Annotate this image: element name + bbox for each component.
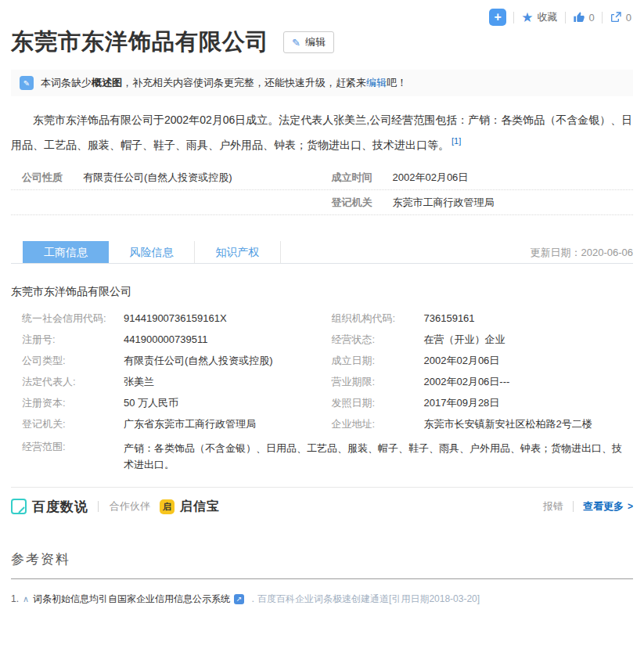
divider xyxy=(98,501,99,512)
detail-field: 统一社会信用代码: 91441900736159161X xyxy=(11,313,322,324)
reference-link-text: 词条初始信息均引自国家企业信用信息公示系统 xyxy=(33,593,230,606)
field-label: 组织机构代码: xyxy=(322,313,424,324)
top-action-bar: + ★ 收藏 0 0 xyxy=(489,9,631,26)
field-value: 736159161 xyxy=(424,313,475,324)
tab-business-info[interactable]: 工商信息 xyxy=(23,241,109,263)
field-label: 经营状态: xyxy=(322,334,424,345)
business-details-section: 东莞市东洋饰品有限公司 统一社会信用代码: 91441900736159161X… xyxy=(11,264,633,488)
tab-intellectual-property[interactable]: 知识产权 xyxy=(195,241,281,263)
basic-info-label xyxy=(11,196,83,210)
partner-label: 合作伙伴 xyxy=(110,499,150,513)
field-label: 成立日期: xyxy=(322,355,424,366)
notice-suffix: 吧！ xyxy=(387,77,407,88)
pencil-icon: ✎ xyxy=(292,38,300,48)
external-link-icon: ↗ xyxy=(234,594,244,604)
detail-field: 法定代表人: 张美兰 xyxy=(11,377,322,387)
notice-middle: ，补充相关内容使词条更完整，还能快速升级，赶紧来 xyxy=(122,77,366,88)
field-value: 2002年02月06日 xyxy=(424,355,500,366)
baidu-shuoshuo-label: 百度数说 xyxy=(32,498,88,516)
basic-info-label: 公司性质 xyxy=(11,171,83,185)
references-section: 参考资料 1. ∧ 词条初始信息均引自国家企业信用信息公示系统 ↗ ．百度百科企… xyxy=(11,550,633,606)
page-title: 东莞市东洋饰品有限公司 xyxy=(11,27,269,58)
field-label: 经营范围: xyxy=(11,440,124,473)
divider xyxy=(602,12,603,23)
field-value: 产销：各类饰品（不含金银）、日用品、工艺品、服装、帽子、鞋子、雨具、户外用品、钟… xyxy=(124,440,633,473)
basic-info-row: 登记机关 东莞市工商行政管理局 xyxy=(11,190,633,215)
field-value: 广东省东莞市工商行政管理局 xyxy=(124,419,256,430)
edit-button[interactable]: ✎ 编辑 xyxy=(283,31,334,53)
qixinbao-logo[interactable]: 启 启信宝 xyxy=(160,499,220,515)
detail-field: 注册资本: 50 万人民币 xyxy=(11,398,322,409)
star-icon: ★ xyxy=(521,11,533,24)
reference-item: 1. ∧ 词条初始信息均引自国家企业信用信息公示系统 ↗ ．百度百科企业词条极速… xyxy=(11,593,633,606)
field-value: 在营（开业）企业 xyxy=(424,334,505,345)
notice-edit-link[interactable]: 编辑 xyxy=(366,77,387,88)
detail-field: 公司类型: 有限责任公司(自然人投资或控股) xyxy=(11,355,322,366)
favorite-button[interactable]: ★ 收藏 xyxy=(521,10,557,24)
divider xyxy=(513,12,514,23)
field-label: 法定代表人: xyxy=(11,377,124,387)
share-icon xyxy=(610,11,622,23)
view-more-link[interactable]: 查看更多 > xyxy=(583,499,633,513)
business-scope-row: 经营范围: 产销：各类饰品（不含金银）、日用品、工艺品、服装、帽子、鞋子、雨具、… xyxy=(11,440,633,473)
report-error-link[interactable]: 报错 xyxy=(543,499,563,513)
detail-field: 企业地址: 东莞市长安镇新安社区松柏路2号二楼 xyxy=(322,419,634,430)
field-value: 东莞市长安镇新安社区松柏路2号二楼 xyxy=(424,419,592,430)
field-label: 注册资本: xyxy=(11,398,124,409)
baidu-shuoshuo-logo[interactable]: 百度数说 xyxy=(11,498,88,516)
baidu-shuoshuo-icon xyxy=(11,499,27,514)
reference-link[interactable]: 词条初始信息均引自国家企业信用信息公示系统 ↗ xyxy=(33,593,244,606)
reference-index: 1. xyxy=(11,593,19,604)
notice-bold: 概述图 xyxy=(92,77,122,88)
anchor-caret-icon[interactable]: ∧ xyxy=(23,594,29,604)
basic-info-box: 公司性质 有限责任公司(自然人投资或控股) 成立时间 2002年02月06日 登… xyxy=(11,165,633,215)
detail-field: 发照日期: 2017年09月28日 xyxy=(322,398,634,409)
detail-field: 登记机关: 广东省东莞市工商行政管理局 xyxy=(11,419,322,430)
basic-info-label: 成立时间 xyxy=(322,171,393,185)
basic-info-value: 东莞市工商行政管理局 xyxy=(393,196,495,210)
notice-text: 本词条缺少概述图，补充相关内容使词条更完整，还能快速升级，赶紧来编辑吧！ xyxy=(41,76,407,90)
references-heading: 参考资料 xyxy=(11,550,633,568)
basic-info-label: 登记机关 xyxy=(322,196,393,210)
detail-field: 经营状态: 在营（开业）企业 xyxy=(322,334,634,345)
share-button[interactable]: 0 xyxy=(610,11,631,23)
field-label: 注册号: xyxy=(11,334,124,345)
detail-field: 成立日期: 2002年02月06日 xyxy=(322,355,634,366)
intro-reference-link[interactable]: [1] xyxy=(452,136,461,146)
field-label: 登记机关: xyxy=(11,419,124,430)
qixinbao-icon: 启 xyxy=(160,499,174,514)
tab-risk-info[interactable]: 风险信息 xyxy=(109,241,195,263)
intro-text: 东莞市东洋饰品有限公司于2002年02月06日成立。法定代表人张美兰,公司经营范… xyxy=(11,114,632,151)
view-more-label: 查看更多 xyxy=(583,499,624,513)
divider xyxy=(565,12,566,23)
basic-info-value: 2002年02月06日 xyxy=(393,171,469,185)
field-value: 2017年09月28日 xyxy=(424,398,500,409)
chevron-right-icon: > xyxy=(628,501,633,512)
field-value: 91441900736159161X xyxy=(124,313,227,324)
add-icon[interactable]: + xyxy=(489,9,506,26)
field-label: 发照日期: xyxy=(322,398,424,409)
partner-bar: 百度数说 合作伙伴 启 启信宝 报错 查看更多 > xyxy=(11,498,633,516)
notice-pencil-icon: ✎ xyxy=(20,76,34,90)
divider xyxy=(573,501,574,512)
like-count: 0 xyxy=(589,12,595,23)
field-label: 营业期限: xyxy=(322,377,424,387)
field-value: 张美兰 xyxy=(124,377,154,387)
divider xyxy=(11,578,633,579)
update-date: 更新日期：2020-06-06 xyxy=(531,241,634,263)
basic-info-value: 有限责任公司(自然人投资或控股) xyxy=(83,171,232,185)
field-value: 2002年02月06日--- xyxy=(424,377,510,387)
field-label: 公司类型: xyxy=(11,355,124,366)
reference-source: ．百度百科企业词条极速创建通道[引用日期2018-03-20] xyxy=(248,593,480,606)
field-label: 企业地址: xyxy=(322,419,424,430)
detail-field: 营业期限: 2002年02月06日--- xyxy=(322,377,634,387)
notice-bar: ✎ 本词条缺少概述图，补充相关内容使词条更完整，还能快速升级，赶紧来编辑吧！ xyxy=(11,70,633,96)
favorite-label: 收藏 xyxy=(538,10,558,24)
thumbs-up-icon xyxy=(573,11,585,23)
share-count: 0 xyxy=(626,12,631,23)
edit-button-label: 编辑 xyxy=(305,35,326,49)
field-value: 441900000739511 xyxy=(124,334,208,345)
notice-prefix: 本词条缺少 xyxy=(41,77,92,88)
like-button[interactable]: 0 xyxy=(573,11,595,23)
field-value: 50 万人民币 xyxy=(124,398,178,409)
